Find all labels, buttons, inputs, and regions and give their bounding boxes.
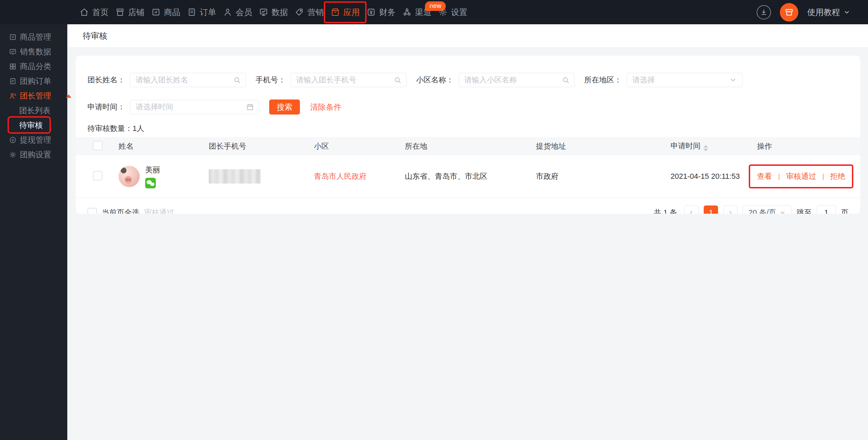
top-navbar: 首页 店铺 商品 订单 会员 数据 营销 应用 财务 渠道 new [0, 0, 868, 24]
prev-page-button[interactable] [684, 205, 699, 214]
nav-item-goods[interactable]: 商品 [151, 7, 180, 18]
shop-avatar-icon [784, 8, 794, 17]
filter-phone: 手机号： [256, 73, 407, 87]
page-titlebar: 待审核 [67, 24, 868, 47]
sidebar-item-group-settings[interactable]: 团购设置 [0, 147, 67, 162]
select-all-header-checkbox[interactable] [93, 141, 102, 150]
col-region: 所在地 [405, 141, 536, 151]
nav-label: 财务 [379, 7, 396, 18]
sort-icon[interactable] [703, 145, 708, 151]
community-link[interactable]: 青岛市人民政府 [314, 172, 367, 181]
view-link[interactable]: 查看 [757, 171, 772, 182]
search-button[interactable]: 搜索 [269, 99, 300, 115]
sidebar-label: 销售数据 [20, 46, 51, 57]
region-select[interactable]: 请选择 [626, 73, 743, 87]
col-actions: 操作 [757, 141, 860, 151]
nav-item-data[interactable]: 数据 [259, 7, 288, 18]
current-page-button[interactable]: 1 [704, 205, 718, 214]
sidebar: 商品管理 销售数据 商品分类 团购订单 团长管理 团长列表 待审核 提现管理 团… [0, 24, 67, 440]
phone-redacted [209, 169, 261, 184]
reject-link[interactable]: 拒绝 [830, 171, 845, 182]
page-size-select[interactable]: 20 条/页 [743, 205, 791, 214]
apply-time-value: 2021-04-15 20:11:53 [671, 172, 757, 181]
sidebar-item-sales-data[interactable]: 销售数据 [0, 44, 67, 59]
action-divider: | [822, 173, 824, 181]
chevron-down-icon [780, 210, 786, 214]
col-phone: 团长手机号 [209, 141, 314, 151]
navbar-right: 使用教程 [757, 0, 850, 24]
jump-page-input[interactable] [817, 205, 836, 214]
row-checkbox[interactable] [93, 171, 102, 181]
chevron-left-icon [688, 210, 694, 214]
sidebar-label: 团购设置 [20, 149, 51, 160]
col-name: 姓名 [119, 141, 209, 151]
sidebar-item-pending-review[interactable]: 待审核 [0, 118, 67, 133]
tutorial-menu[interactable]: 使用教程 [807, 7, 850, 18]
page-title: 待审核 [83, 30, 107, 41]
filter-row-2: 申请时间： 搜索 清除条件 [76, 99, 860, 115]
nav-item-settings[interactable]: 设置 [438, 7, 467, 18]
tutorial-label: 使用教程 [807, 7, 840, 18]
leader-name-input[interactable] [130, 73, 246, 87]
next-page-button[interactable] [723, 205, 738, 214]
apps-icon [331, 8, 340, 17]
filter-row-1: 团长姓名： 手机号： 小区名称： [76, 73, 860, 87]
nav-item-marketing[interactable]: 营销 [295, 7, 324, 18]
page-size-value: 20 条/页 [748, 208, 776, 214]
channels-icon [402, 8, 412, 17]
nav-item-members[interactable]: 会员 [223, 7, 252, 18]
sidebar-label: 待审核 [19, 120, 43, 131]
sidebar-item-leader-list[interactable]: 团长列表 [0, 103, 67, 118]
region-select-value: 请选择 [632, 75, 655, 85]
nav-item-finance[interactable]: 财务 [367, 7, 396, 18]
select-all-page-checkbox[interactable] [87, 208, 97, 214]
col-apply-time[interactable]: 申请时间 [671, 141, 757, 151]
marketing-icon [295, 8, 304, 17]
nav-label: 营销 [307, 7, 324, 18]
download-icon [760, 9, 768, 16]
nav-item-store[interactable]: 店铺 [115, 7, 144, 18]
search-icon [394, 76, 402, 84]
filter-apply-time: 申请时间： [87, 100, 259, 114]
sidebar-item-group-order[interactable]: 团购订单 [0, 74, 67, 89]
table-header: 姓名 团长手机号 小区 所在地 提货地址 申请时间 操作 [76, 137, 860, 155]
group-settings-icon [9, 151, 17, 159]
members-icon [223, 8, 232, 17]
sidebar-item-leader-manage[interactable]: 团长管理 [0, 89, 67, 103]
filter-leader-name: 团长姓名： [87, 73, 246, 87]
nav-label: 应用 [343, 7, 360, 18]
nav-item-apps[interactable]: 应用 [331, 7, 360, 18]
sidebar-label: 商品分类 [20, 61, 51, 72]
clear-filters-link[interactable]: 清除条件 [310, 102, 342, 112]
chevron-right-icon [727, 210, 733, 214]
finance-icon [367, 8, 376, 17]
apply-time-input[interactable] [130, 100, 259, 114]
annotation-box-apps: 应用 [324, 1, 367, 23]
phone-input[interactable] [290, 73, 407, 87]
region-value: 山东省、青岛市、市北区 [405, 171, 536, 182]
wechat-icon [145, 178, 156, 188]
filter-community: 小区名称： [416, 73, 575, 87]
col-community: 小区 [314, 141, 405, 151]
main-content: 待审核 团长姓名： 手机号： [67, 24, 868, 440]
leader-manage-icon [9, 92, 17, 100]
leader-name: 美丽 [145, 165, 160, 175]
table-footer: 当前页全选 审核通过 共 1 条 1 20 条/页 跳至 页 [76, 202, 860, 214]
table-row: 美丽 青岛市人民政府 山东省、青岛市、市北区 市政府 2021-04-15 20… [76, 155, 860, 198]
calendar-icon [246, 103, 254, 111]
sidebar-item-category[interactable]: 商品分类 [0, 59, 67, 74]
nav-item-home[interactable]: 首页 [80, 7, 109, 18]
download-button[interactable] [757, 5, 771, 19]
leader-name-label: 团长姓名： [87, 75, 125, 85]
chevron-down-icon [843, 9, 850, 16]
nav-item-orders[interactable]: 订单 [187, 7, 216, 18]
sidebar-item-goods-manage[interactable]: 商品管理 [0, 30, 67, 44]
account-avatar[interactable] [780, 3, 798, 22]
approve-link[interactable]: 审核通过 [786, 171, 816, 182]
search-icon [562, 76, 570, 84]
nav-item-channels[interactable]: 渠道 new [402, 7, 431, 18]
sidebar-item-withdraw[interactable]: 提现管理 [0, 133, 67, 147]
page-unit-label: 页 [841, 208, 849, 214]
batch-approve-disabled: 审核通过 [144, 208, 174, 214]
community-input[interactable] [458, 73, 575, 87]
